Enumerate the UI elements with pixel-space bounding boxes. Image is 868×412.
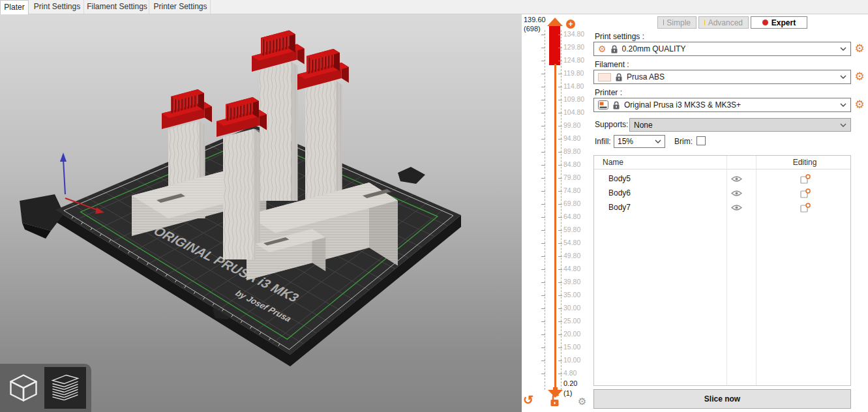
- prusaslicer-window: Plater Print Settings Filament Settings …: [0, 0, 868, 412]
- chevron-down-icon: [655, 140, 661, 143]
- printer-gear-button[interactable]: ⚙: [854, 99, 865, 111]
- slider-tick-label: 89.80: [563, 147, 592, 155]
- infill-dropdown[interactable]: 15%: [614, 135, 665, 148]
- 3d-view-button[interactable]: [3, 367, 44, 409]
- slider-tick-mark: [541, 321, 545, 322]
- slider-top-layer: (698): [524, 25, 541, 33]
- slice-now-button[interactable]: Slice now: [593, 389, 851, 409]
- slider-settings-gear-icon[interactable]: ⚙: [578, 396, 586, 407]
- slider-tick-label: 59.80: [563, 226, 592, 233]
- slider-tick-mark: [541, 374, 545, 374]
- brim-label: Brim:: [674, 137, 693, 146]
- add-color-change-icon[interactable]: +: [566, 20, 575, 29]
- print-settings-combo[interactable]: ⚙ 0.20mm QUALITY: [593, 42, 851, 56]
- viewport-3d[interactable]: ORIGINAL PRUSA i3 MK3 by Josef Prusa: [0, 14, 522, 412]
- print-settings-gear-button[interactable]: ⚙: [854, 43, 865, 55]
- tab-printer-settings[interactable]: Printer Settings: [151, 0, 211, 14]
- profile-gear-icon: ⚙: [598, 44, 606, 53]
- slider-tick-mark: [541, 35, 545, 35]
- slider-tick-mark: [541, 360, 545, 361]
- print-settings-label: Print settings :: [595, 32, 644, 41]
- supports-label: Supports:: [595, 120, 628, 129]
- column-editing: Editing: [786, 158, 823, 167]
- slider-tick-label: 79.80: [563, 173, 592, 181]
- tab-filament-settings[interactable]: Filament Settings: [85, 0, 149, 14]
- printer-icon: [598, 100, 608, 110]
- supports-value: None: [634, 121, 840, 130]
- slider-tick-mark: [558, 139, 562, 140]
- object-list-header: Name Editing: [594, 156, 850, 169]
- slider-tick-mark: [558, 243, 562, 244]
- slider-tick-mark: [541, 308, 545, 309]
- layers-icon: [48, 371, 82, 405]
- slider-tick-mark: [558, 126, 562, 126]
- slider-tick-label: 64.80: [563, 213, 592, 220]
- table-row-body5[interactable]: Body5: [594, 171, 850, 186]
- unlock-icon[interactable]: [549, 392, 562, 408]
- slider-tick-label: 15.00: [563, 343, 592, 351]
- slider-tick-mark: [558, 152, 562, 153]
- layers-view-button[interactable]: [44, 367, 86, 409]
- slider-tick-label: 69.80: [563, 199, 592, 207]
- edit-icon[interactable]: [800, 174, 811, 184]
- slider-tick-label: 114.80: [563, 82, 592, 90]
- undo-icon[interactable]: ↺: [523, 394, 533, 407]
- table-row-body7[interactable]: Body7: [594, 200, 850, 214]
- slider-tick-label: 10.00: [563, 356, 592, 364]
- lock-icon: [615, 72, 623, 81]
- slider-bottom-value: 0.20: [563, 379, 577, 387]
- slider-tick-mark: [541, 269, 545, 270]
- brim-checkbox[interactable]: [696, 136, 706, 145]
- slider-tick-label: 30.00: [563, 304, 592, 312]
- lock-icon: [612, 100, 620, 110]
- supports-dropdown[interactable]: None: [629, 118, 851, 132]
- filament-gear-button[interactable]: ⚙: [854, 71, 865, 83]
- slider-red-range[interactable]: [549, 26, 560, 65]
- table-row-body6[interactable]: Body6: [594, 186, 850, 200]
- slider-upper-thumb[interactable]: [546, 17, 563, 27]
- mode-simple-button[interactable]: Simple: [657, 16, 696, 29]
- slider-tick-label: 44.80: [563, 265, 592, 272]
- slider-tick-mark: [541, 152, 545, 153]
- slider-tick-mark: [541, 204, 545, 205]
- slider-tick-mark: [558, 295, 562, 296]
- slider-tick-mark: [558, 48, 562, 48]
- tab-print-settings[interactable]: Print Settings: [31, 0, 84, 14]
- slider-tick-mark: [558, 256, 562, 257]
- object-name: Body7: [608, 203, 631, 212]
- slider-tick-mark: [541, 243, 545, 244]
- expert-dot-icon: [762, 20, 768, 25]
- slider-tick-mark: [541, 48, 545, 48]
- tower-object: [217, 97, 267, 259]
- mode-advanced-button[interactable]: Advanced: [698, 16, 749, 29]
- slider-tick-label: 129.80: [563, 43, 592, 51]
- slider-bottom-layer: (1): [563, 389, 572, 397]
- edit-icon[interactable]: [800, 203, 811, 213]
- filament-combo[interactable]: Prusa ABS: [593, 70, 851, 84]
- slider-tick-label: 119.80: [563, 69, 592, 77]
- slider-tick-label: 54.80: [563, 239, 592, 246]
- eye-icon[interactable]: [731, 190, 742, 197]
- slider-tick-label: 134.80: [563, 30, 592, 38]
- slider-tick-mark: [558, 87, 562, 87]
- tab-plater[interactable]: Plater: [0, 0, 29, 14]
- slider-tick-mark: [541, 217, 545, 218]
- slider-scale-line-left: [545, 30, 545, 390]
- slider-tick-mark: [558, 360, 562, 361]
- printer-combo[interactable]: Original Prusa i3 MK3S & MK3S+: [593, 98, 851, 112]
- slider-tick-mark: [558, 113, 562, 113]
- lock-icon: [610, 44, 618, 53]
- eye-icon[interactable]: [731, 175, 742, 183]
- mode-expert-label: Expert: [771, 18, 796, 27]
- slider-tick-label: 25.00: [563, 317, 592, 325]
- tab-bar: Plater Print Settings Filament Settings …: [0, 0, 868, 14]
- mode-advanced-label: Advanced: [708, 18, 743, 27]
- slider-tick-mark: [558, 74, 562, 74]
- slider-tick-mark: [541, 347, 545, 348]
- edit-icon[interactable]: [800, 188, 811, 198]
- eye-icon[interactable]: [731, 204, 742, 211]
- slider-track[interactable]: [554, 64, 556, 390]
- mode-expert-button[interactable]: Expert: [751, 16, 807, 29]
- slider-tick-label: 4.80: [563, 369, 592, 377]
- slider-tick-mark: [541, 178, 545, 179]
